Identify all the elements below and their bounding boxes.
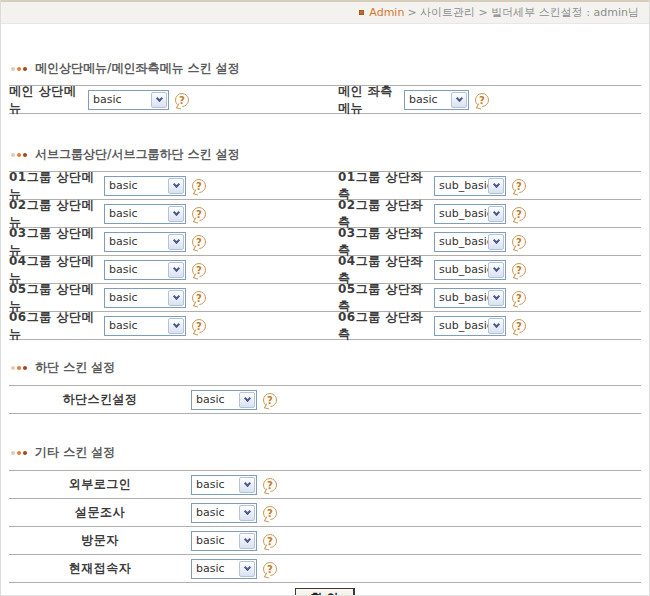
help-icon[interactable]: ? bbox=[512, 207, 526, 221]
main-top-menu-select[interactable]: basic bbox=[88, 90, 169, 110]
select-value: sub_basic bbox=[435, 291, 488, 304]
group06-top-select[interactable]: basic bbox=[104, 316, 186, 336]
visitor-select[interactable]: basic bbox=[191, 531, 257, 551]
button-row: 확 인 bbox=[9, 587, 641, 596]
group04-top-select[interactable]: basic bbox=[104, 260, 186, 280]
survey-select[interactable]: basic bbox=[191, 503, 257, 523]
group05-topleft-select[interactable]: sub_basic bbox=[434, 288, 506, 308]
field-label: 메인 좌측메뉴 bbox=[338, 83, 404, 117]
section-title-text: 하단 스킨 설정 bbox=[35, 359, 115, 376]
select-value: sub_basic bbox=[435, 319, 488, 332]
help-icon[interactable]: ? bbox=[512, 179, 526, 193]
group01-topleft-select[interactable]: sub_basic bbox=[434, 176, 506, 196]
table-row: 하단스킨설정 basic ? bbox=[9, 386, 641, 414]
table-row: 현재접속자 basic ? bbox=[9, 555, 641, 583]
chevron-down-icon bbox=[168, 290, 184, 306]
field-label: 06그룹 상단좌측 bbox=[338, 309, 434, 343]
section-bullet-icon bbox=[11, 451, 29, 455]
section-title-text: 기타 스킨 설정 bbox=[35, 444, 115, 461]
help-icon[interactable]: ? bbox=[512, 263, 526, 277]
chevron-down-icon bbox=[239, 505, 255, 521]
current-users-select[interactable]: basic bbox=[191, 559, 257, 579]
chevron-down-icon bbox=[168, 178, 184, 194]
group06-topleft-field: 06그룹 상단좌측 sub_basic ? bbox=[331, 309, 641, 343]
help-icon[interactable]: ? bbox=[192, 291, 206, 305]
section-title-text: 서브그룹상단/서브그룹하단 스킨 설정 bbox=[35, 146, 240, 163]
select-value: basic bbox=[192, 393, 225, 406]
group06-topleft-select[interactable]: sub_basic bbox=[434, 316, 506, 336]
chevron-down-icon bbox=[488, 234, 504, 250]
select-value: sub_basic bbox=[435, 179, 488, 192]
select-value: basic bbox=[405, 93, 438, 106]
chevron-down-icon bbox=[488, 262, 504, 278]
group02-topleft-select[interactable]: sub_basic bbox=[434, 204, 506, 224]
table-row: 메인 상단메뉴 basic ? 메인 좌측메뉴 basic ? bbox=[9, 86, 641, 114]
field-label: 하단스킨설정 bbox=[9, 391, 191, 408]
help-icon[interactable]: ? bbox=[192, 263, 206, 277]
help-icon[interactable]: ? bbox=[192, 319, 206, 333]
table-row: 설문조사 basic ? bbox=[9, 499, 641, 527]
select-value: sub_basic bbox=[435, 207, 488, 220]
chevron-down-icon bbox=[168, 234, 184, 250]
field-label: 방문자 bbox=[9, 532, 191, 549]
chevron-down-icon bbox=[239, 392, 255, 408]
select-value: basic bbox=[105, 291, 138, 304]
group03-top-select[interactable]: basic bbox=[104, 232, 186, 252]
subgroup-table: 01그룹 상단메뉴 basic ? 01그룹 상단좌측 sub_basic ? bbox=[9, 171, 641, 340]
main-left-menu-select[interactable]: basic bbox=[404, 90, 469, 110]
chevron-down-icon bbox=[488, 318, 504, 334]
group05-top-select[interactable]: basic bbox=[104, 288, 186, 308]
select-value: basic bbox=[105, 207, 138, 220]
breadcrumb-bullet-icon bbox=[359, 10, 364, 15]
group03-topleft-select[interactable]: sub_basic bbox=[434, 232, 506, 252]
footer-skin-select[interactable]: basic bbox=[191, 390, 257, 410]
help-icon[interactable]: ? bbox=[263, 506, 277, 520]
main-top-menu-field: 메인 상단메뉴 basic ? bbox=[9, 83, 331, 117]
chevron-down-icon bbox=[488, 178, 504, 194]
select-value: sub_basic bbox=[435, 235, 488, 248]
main-left-menu-field: 메인 좌측메뉴 basic ? bbox=[331, 83, 641, 117]
group04-topleft-select[interactable]: sub_basic bbox=[434, 260, 506, 280]
help-icon[interactable]: ? bbox=[263, 534, 277, 548]
help-icon[interactable]: ? bbox=[512, 319, 526, 333]
confirm-button[interactable]: 확 인 bbox=[295, 588, 354, 596]
chevron-down-icon bbox=[168, 206, 184, 222]
help-icon[interactable]: ? bbox=[263, 562, 277, 576]
help-icon[interactable]: ? bbox=[475, 93, 489, 107]
external-login-select[interactable]: basic bbox=[191, 475, 257, 495]
table-row: 06그룹 상단메뉴 basic ? 06그룹 상단좌측 sub_basic ? bbox=[9, 312, 641, 340]
chevron-down-icon bbox=[488, 206, 504, 222]
main-content: 메인상단메뉴/메인좌측메뉴 스킨 설정 메인 상단메뉴 basic ? 메인 좌… bbox=[1, 60, 649, 596]
help-icon[interactable]: ? bbox=[192, 179, 206, 193]
help-icon[interactable]: ? bbox=[263, 393, 277, 407]
select-value: basic bbox=[105, 179, 138, 192]
select-value: basic bbox=[105, 235, 138, 248]
help-icon[interactable]: ? bbox=[512, 235, 526, 249]
section-title-footer-skin: 하단 스킨 설정 bbox=[11, 359, 641, 376]
group01-top-select[interactable]: basic bbox=[104, 176, 186, 196]
field-label: 메인 상단메뉴 bbox=[9, 83, 88, 117]
field-label: 06그룹 상단메뉴 bbox=[9, 309, 104, 343]
section-title-subgroup: 서브그룹상단/서브그룹하단 스킨 설정 bbox=[11, 146, 641, 163]
help-icon[interactable]: ? bbox=[175, 93, 189, 107]
chevron-down-icon bbox=[239, 533, 255, 549]
group06-top-field: 06그룹 상단메뉴 basic ? bbox=[9, 309, 331, 343]
breadcrumb-bar: Admin > 사이트관리 > 빌더세부 스킨설정 : admin님 bbox=[1, 2, 649, 24]
chevron-down-icon bbox=[168, 318, 184, 334]
help-icon[interactable]: ? bbox=[192, 235, 206, 249]
footer-skin-table: 하단스킨설정 basic ? bbox=[9, 385, 641, 414]
breadcrumb-trail: > 사이트관리 > 빌더세부 스킨설정 : admin님 bbox=[407, 5, 639, 20]
table-row: 방문자 basic ? bbox=[9, 527, 641, 555]
admin-skin-settings-page: Admin > 사이트관리 > 빌더세부 스킨설정 : admin님 메인상단메… bbox=[0, 0, 650, 596]
select-value: basic bbox=[105, 319, 138, 332]
group02-top-select[interactable]: basic bbox=[104, 204, 186, 224]
help-icon[interactable]: ? bbox=[192, 207, 206, 221]
help-icon[interactable]: ? bbox=[263, 478, 277, 492]
chevron-down-icon bbox=[168, 262, 184, 278]
section-title-main-menu: 메인상단메뉴/메인좌측메뉴 스킨 설정 bbox=[11, 60, 641, 77]
help-icon[interactable]: ? bbox=[512, 291, 526, 305]
select-value: basic bbox=[89, 93, 122, 106]
breadcrumb-admin-link[interactable]: Admin bbox=[369, 6, 404, 19]
chevron-down-icon bbox=[451, 92, 467, 108]
select-value: basic bbox=[192, 506, 225, 519]
